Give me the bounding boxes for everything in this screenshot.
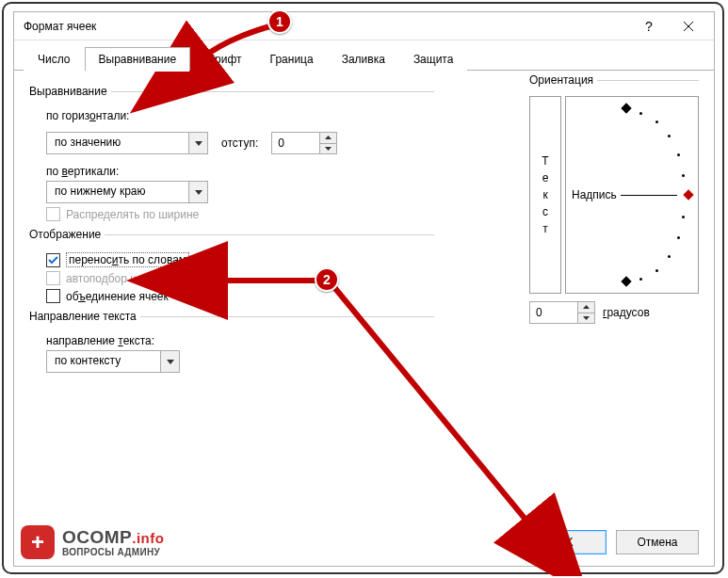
textdir-value: по контексту xyxy=(47,351,160,372)
horiz-align-label: по горизонтали: xyxy=(46,109,434,122)
dot-icon xyxy=(668,135,671,137)
cancel-button[interactable]: Отмена xyxy=(616,530,699,554)
dropdown-button[interactable] xyxy=(160,351,179,372)
format-cells-dialog: Формат ячеек ? Число Выравнивание Шрифт … xyxy=(13,11,715,567)
dot-icon xyxy=(639,112,642,115)
spinner-down[interactable] xyxy=(320,144,336,154)
dot-icon xyxy=(639,278,642,281)
tab-fill[interactable]: Заливка xyxy=(328,47,399,71)
dot-icon xyxy=(682,216,685,218)
button-label: OK xyxy=(557,536,573,549)
chevron-down-icon xyxy=(325,147,332,151)
chevron-up-icon xyxy=(583,305,590,309)
watermark: + OCOMP.info ВОПРОСЫ АДМИНУ xyxy=(21,525,164,559)
tab-label: Число xyxy=(38,53,71,66)
dot-icon xyxy=(655,269,658,272)
chevron-up-icon xyxy=(325,136,332,139)
chevron-down-icon xyxy=(583,316,590,320)
vert-align-label: по вертикали: xyxy=(46,165,434,178)
group-alignment-label: Выравнивание xyxy=(25,85,111,98)
ok-button[interactable]: OK xyxy=(524,530,607,554)
chevron-down-icon xyxy=(195,141,202,146)
tabstrip: Число Выравнивание Шрифт Граница Заливка… xyxy=(14,40,714,71)
dialog-title: Формат ячеек xyxy=(24,20,629,33)
watermark-badge: + xyxy=(21,525,55,559)
tab-alignment[interactable]: Выравнивание xyxy=(85,47,191,71)
group-display: Отображение переносить по словам автопод… xyxy=(29,234,434,303)
group-textdir: Направление текста направление текста: п… xyxy=(29,316,434,373)
merge-label: объединение ячеек xyxy=(66,290,169,303)
tab-label: Выравнивание xyxy=(99,53,177,66)
tab-font[interactable]: Шрифт xyxy=(190,47,255,71)
spinner-up[interactable] xyxy=(320,133,336,144)
wrap-checkbox[interactable] xyxy=(46,253,60,267)
tab-number[interactable]: Число xyxy=(24,47,85,71)
dialog-buttons: OK Отмена xyxy=(524,530,699,554)
horiz-align-value: по значению xyxy=(47,133,188,153)
diamond-icon xyxy=(621,103,631,113)
tab-label: Защита xyxy=(413,53,454,66)
indent-spinner[interactable] xyxy=(271,132,337,154)
degrees-input[interactable] xyxy=(530,302,577,323)
tab-label: Заливка xyxy=(342,53,385,66)
vert-align-combo[interactable]: по нижнему краю xyxy=(46,181,208,203)
titlebar: Формат ячеек ? xyxy=(14,12,714,40)
dot-icon xyxy=(682,174,685,177)
chevron-down-icon xyxy=(167,360,174,364)
spinner-up[interactable] xyxy=(578,302,594,313)
group-orientation-label: Ориентация xyxy=(526,73,597,87)
dropdown-button[interactable] xyxy=(188,182,207,202)
textdir-label: направление текста: xyxy=(46,334,434,347)
justify-checkbox xyxy=(46,207,60,221)
diamond-icon xyxy=(683,189,693,200)
orientation-dial[interactable]: Надпись xyxy=(565,96,699,294)
group-orientation: Ориентация Текст Надпись xyxy=(529,80,699,324)
indent-input[interactable] xyxy=(272,133,319,153)
check-icon xyxy=(48,255,58,265)
dot-icon xyxy=(668,255,671,258)
orientation-vertical-text[interactable]: Текст xyxy=(529,96,561,294)
shrink-checkbox xyxy=(46,271,60,285)
degrees-spinner[interactable] xyxy=(529,301,595,324)
dot-icon xyxy=(677,236,680,239)
button-label: Отмена xyxy=(637,536,677,549)
wrap-label: переносить по словам xyxy=(66,252,189,267)
watermark-line1: OCOMP.info xyxy=(62,528,164,546)
tab-protection[interactable]: Защита xyxy=(399,47,468,71)
merge-checkbox[interactable] xyxy=(46,289,60,303)
help-button[interactable]: ? xyxy=(629,13,669,40)
dot-icon xyxy=(677,153,680,156)
close-icon xyxy=(683,21,694,32)
group-textdir-label: Направление текста xyxy=(25,310,140,323)
watermark-line2: ВОПРОСЫ АДМИНУ xyxy=(62,548,164,557)
spinner-down[interactable] xyxy=(578,313,594,324)
screenshot-frame: Формат ячеек ? Число Выравнивание Шрифт … xyxy=(2,2,724,574)
indent-label: отступ: xyxy=(221,136,258,150)
dialog-body: Выравнивание по горизонтали: по значению… xyxy=(14,71,714,521)
tab-label: Граница xyxy=(270,53,314,66)
degrees-label: градусов xyxy=(603,306,650,319)
orientation-line xyxy=(621,195,677,196)
close-button[interactable] xyxy=(669,13,708,40)
group-alignment: Выравнивание по горизонтали: по значению… xyxy=(29,91,434,221)
tab-label: Шрифт xyxy=(204,53,241,66)
textdir-combo[interactable]: по контексту xyxy=(46,350,180,373)
justify-label: Распределять по ширине xyxy=(66,208,199,221)
group-display-label: Отображение xyxy=(25,228,105,241)
dropdown-button[interactable] xyxy=(188,133,207,153)
horiz-align-combo[interactable]: по значению xyxy=(46,132,208,154)
orientation-dial-label: Надпись xyxy=(572,188,617,201)
vert-align-value: по нижнему краю xyxy=(47,182,188,202)
tab-border[interactable]: Граница xyxy=(256,47,328,71)
shrink-label: автоподбор ширины xyxy=(66,272,172,285)
chevron-down-icon xyxy=(195,190,202,195)
plus-icon: + xyxy=(31,529,44,555)
help-icon: ? xyxy=(645,19,653,34)
diamond-icon xyxy=(621,276,631,286)
dot-icon xyxy=(655,120,658,123)
